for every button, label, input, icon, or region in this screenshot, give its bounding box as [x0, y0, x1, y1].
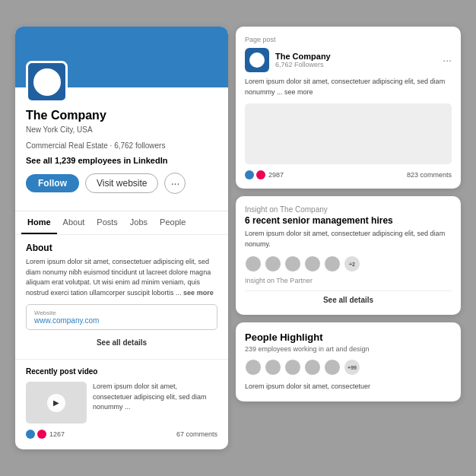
post-header: The Company 6,762 Followers ··· — [245, 48, 452, 72]
company-avatar — [26, 61, 68, 103]
video-thumbnail[interactable]: ▶ — [26, 382, 87, 424]
post-text: Lorem ipsum dolor sit amet, consectetuer… — [245, 77, 452, 97]
about-title: About — [26, 243, 217, 253]
company-meta-line1: New York City, USA — [26, 124, 217, 135]
comments-count: 67 comments — [176, 430, 217, 438]
dot-red — [37, 430, 46, 439]
insight-avatar-1 — [245, 255, 262, 272]
see-more-link[interactable]: see more — [183, 289, 214, 297]
post-avatar-circle — [249, 52, 265, 68]
company-name: The Company — [26, 109, 217, 122]
tab-jobs[interactable]: Jobs — [124, 211, 154, 234]
people-avatar-5 — [324, 359, 341, 376]
website-box: Website www.company.com — [26, 304, 217, 330]
company-meta-line2: Commercial Real Estate · 6,762 followers — [26, 140, 217, 151]
people-highlight-card: People Highlight 239 employees working i… — [236, 322, 461, 401]
post-company-info: The Company 6,762 Followers — [275, 52, 331, 68]
profile-header — [15, 27, 228, 87]
insight-text: Lorem ipsum dolor sit amet, consectetuer… — [245, 229, 452, 249]
post-reaction-dots — [245, 170, 265, 179]
post-company-name: The Company — [275, 52, 331, 61]
insight-card: Insight on The Company 6 recent senior m… — [236, 196, 461, 315]
insight-avatar-2 — [265, 255, 281, 272]
people-avatar-more: +99 — [344, 359, 360, 376]
see-all-details-right[interactable]: See all details — [245, 290, 452, 306]
profile-info: The Company New York City, USA Commercia… — [15, 87, 228, 211]
people-avatar-3 — [284, 359, 301, 376]
see-all-details-left[interactable]: See all details — [26, 334, 217, 351]
page-post-card: Page post The Company 6,762 Followers ··… — [236, 27, 461, 189]
video-content: ▶ Lorem ipsum dolor sit amet, consectetu… — [26, 382, 217, 424]
insight-avatar-row: +2 — [245, 255, 452, 272]
website-label: Website — [34, 309, 209, 316]
more-button[interactable]: ··· — [164, 173, 186, 194]
tab-people[interactable]: People — [154, 211, 192, 234]
about-section: About Lorem ipsum dolor sit amet, consec… — [15, 234, 228, 359]
post-image — [245, 103, 452, 164]
video-section-title: Recently post video — [26, 367, 217, 376]
post-more-button[interactable]: ··· — [443, 54, 452, 66]
action-buttons: Follow Visit website ··· — [26, 173, 217, 194]
video-stats: 1267 67 comments — [26, 430, 217, 442]
nav-tabs: Home About Posts Jobs People — [15, 211, 228, 234]
people-avatar-row: +99 — [245, 359, 452, 376]
page-post-label: Page post — [245, 36, 452, 43]
video-text: Lorem ipsum dolor sit amet, consectetuer… — [93, 382, 217, 424]
tab-home[interactable]: Home — [21, 211, 57, 234]
employees-link[interactable]: See all 1,239 employees in LinkedIn — [26, 156, 217, 165]
post-dot-blue — [245, 170, 254, 179]
post-followers: 6,762 Followers — [275, 61, 331, 68]
about-text: Lorem ipsum dolor sit amet, consectetuer… — [26, 257, 217, 298]
people-avatar-1 — [245, 359, 262, 376]
people-highlight-title: People Highlight — [245, 332, 452, 343]
insight-avatar-5 — [324, 255, 341, 272]
insight-avatar-more: +2 — [344, 255, 360, 272]
reaction-dots — [26, 430, 46, 439]
tab-posts[interactable]: Posts — [90, 211, 124, 234]
post-stats: 2987 823 comments — [245, 170, 452, 179]
play-button[interactable]: ▶ — [47, 394, 65, 412]
app-container: The Company New York City, USA Commercia… — [15, 27, 461, 449]
post-reaction-count: 2987 — [268, 171, 284, 179]
right-panel: Page post The Company 6,762 Followers ··… — [236, 27, 461, 449]
post-dot-red — [256, 170, 265, 179]
visit-website-button[interactable]: Visit website — [85, 173, 158, 193]
people-avatar-4 — [304, 359, 321, 376]
follow-button[interactable]: Follow — [26, 174, 79, 192]
insight-label: Insight on The Company — [245, 205, 452, 214]
avatar-circle — [33, 68, 61, 96]
website-url[interactable]: www.company.com — [34, 316, 209, 325]
insight-avatar-3 — [284, 255, 301, 272]
people-avatar-2 — [265, 359, 281, 376]
reaction-count: 1267 — [49, 430, 65, 438]
video-section: Recently post video ▶ Lorem ipsum dolor … — [15, 359, 228, 449]
left-panel: The Company New York City, USA Commercia… — [15, 27, 228, 449]
insight-avatar-4 — [304, 255, 321, 272]
people-text: Lorem ipsum dolor sit amet, consectetuer — [245, 382, 452, 392]
post-avatar — [245, 48, 269, 72]
dot-blue — [26, 430, 35, 439]
post-comments-count: 823 comments — [407, 171, 452, 179]
people-highlight-sub: 239 employees working in art and design — [245, 345, 452, 353]
partner-label: Insight on The Partner — [245, 277, 452, 284]
insight-heading: 6 recent senior management hires — [245, 215, 452, 226]
tab-about[interactable]: About — [57, 211, 91, 234]
